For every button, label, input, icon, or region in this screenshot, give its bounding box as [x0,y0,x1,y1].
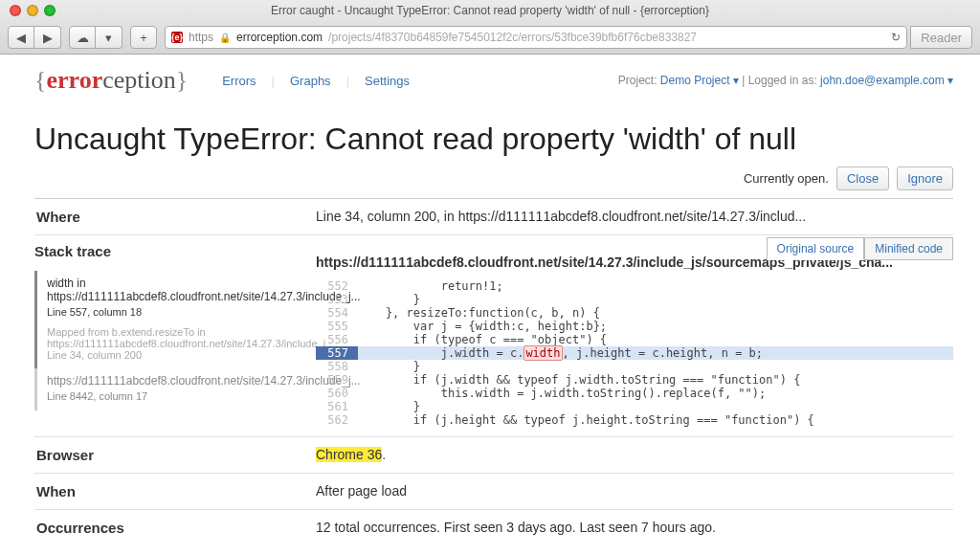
ignore-button[interactable]: Ignore [897,166,953,190]
url-host: errorception.com [236,31,323,44]
stack-frames: width in https://d111111abcdef8.cloudfro… [34,271,316,410]
highlighted-line: 557 j.width = c.width, j.height = c.heig… [316,346,953,360]
forward-button[interactable]: ▶ [34,26,61,49]
url-path: /projects/4f8370b64859fe7545012f2c/error… [328,31,697,44]
occurrences-value: 12 total occurrences. First seen 3 days … [316,520,953,536]
brand-logo[interactable]: {errorception} [34,66,188,95]
status-text: Currently open. [744,171,829,186]
reload-button[interactable]: ↻ [891,31,901,44]
url-bar[interactable]: {e} https 🔒 errorception.com/projects/4f… [165,26,907,49]
back-button[interactable]: ◀ [8,26,34,49]
user-dropdown[interactable]: john.doe@example.com ▾ [820,74,953,87]
nav-errors[interactable]: Errors [211,74,267,88]
error-token: width [523,345,562,361]
tab-minified-code[interactable]: Minified code [864,237,953,260]
where-value: Line 34, column 200, in https://d111111a… [316,209,953,225]
browser-label: Browser [34,447,316,463]
favicon-icon: {e} [171,32,183,43]
main-nav: Errors | Graphs | Settings [211,74,421,88]
status-row: Currently open. Close Ignore [34,166,953,199]
browser-value: Chrome 36. [316,447,953,463]
nav-settings[interactable]: Settings [353,74,421,88]
code-block: 552 return!1; 553 } 554 }, resizeTo:func… [316,279,953,427]
where-label: Where [34,209,316,225]
reader-button[interactable]: Reader [910,26,972,49]
lock-icon: 🔒 [219,33,231,43]
share-button[interactable]: ▾ [96,26,122,49]
browser-chrome: Error caught - Uncaught TypeError: Canno… [0,0,980,55]
window-title: Error caught - Uncaught TypeError: Canno… [0,4,980,17]
code-tabs: Original source Minified code [767,237,953,260]
error-title: Uncaught TypeError: Cannot read property… [34,122,953,157]
icloud-tabs-button[interactable]: ☁ [69,26,96,49]
tab-original-source[interactable]: Original source [767,237,865,260]
window-titlebar: Error caught - Uncaught TypeError: Canno… [0,0,980,21]
occurrences-label: Occurrences [34,520,316,536]
user-bar: Project: Demo Project ▾ | Logged in as: … [618,74,953,87]
when-value: After page load [316,483,953,499]
project-dropdown[interactable]: Demo Project ▾ [660,74,739,87]
nav-graphs[interactable]: Graphs [278,74,343,88]
url-scheme: https [189,31,213,44]
browser-toolbar: ◀ ▶ ☁ ▾ + {e} https 🔒 errorception.com/p… [0,21,980,54]
stack-trace-label: Stack trace [34,243,316,259]
close-button[interactable]: Close [836,166,889,190]
add-bookmark-button[interactable]: + [130,26,157,49]
stack-frame-1[interactable]: width in https://d111111abcdef8.cloudfro… [34,271,316,368]
stack-frame-2[interactable]: https://d111111abcdef8.cloudfront.net/si… [34,368,316,410]
when-label: When [34,483,316,499]
